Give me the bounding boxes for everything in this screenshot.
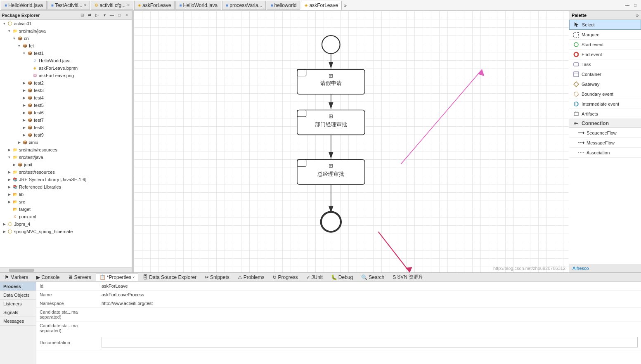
expand-arrow[interactable]: ▶ <box>21 133 26 137</box>
prop-value-namespace[interactable] <box>98 299 641 308</box>
palette-item-sequence-flow[interactable]: SequenceFlow <box>569 128 641 138</box>
tab-close-icon[interactable]: × <box>127 3 130 7</box>
prop-input-namespace[interactable] <box>102 301 638 306</box>
maximize-button[interactable]: □ <box>632 2 639 9</box>
maximize-panel-button[interactable]: □ <box>116 12 123 19</box>
expand-arrow[interactable]: ▶ <box>21 103 26 107</box>
tree-item-test7[interactable]: ▶ 📦 test7 <box>0 116 132 124</box>
bottom-tab-console[interactable]: ▶ Console <box>33 274 63 281</box>
tab-close-icon[interactable]: × <box>84 3 87 7</box>
palette-item-association[interactable]: Association <box>569 148 641 158</box>
tab-processvaria[interactable]: ■ processVaria... <box>222 1 266 10</box>
tab-helloworld1[interactable]: ■ HelloWorld.java <box>1 1 47 10</box>
bottom-tab-properties[interactable]: 📋 *Properties × <box>96 274 139 281</box>
tree-item-cn[interactable]: ▾ 📦 cn <box>0 35 132 42</box>
expand-arrow[interactable]: ▶ <box>7 148 12 152</box>
expand-arrow[interactable]: ▾ <box>12 36 17 40</box>
prop-value-id[interactable] <box>98 282 641 291</box>
expand-arrow[interactable]: ▾ <box>2 21 7 26</box>
tree-item-test4[interactable]: ▶ 📦 test4 <box>0 94 132 102</box>
expand-arrow[interactable]: ▶ <box>12 163 17 167</box>
props-section-listeners[interactable]: Listeners <box>0 300 36 308</box>
bpmn-canvas[interactable]: ⊞ 请假申请 ⊞ 部门经理审批 ⊞ 总经理审批 <box>134 11 569 272</box>
palette-item-end-event[interactable]: End event <box>569 50 641 59</box>
expand-arrow[interactable]: ▶ <box>21 96 26 100</box>
tree-item-fei[interactable]: ▾ 📦 fei <box>0 42 132 50</box>
tree-item-xiniu[interactable]: ▶ 📦 xiniu <box>0 139 132 146</box>
palette-item-gateway[interactable]: Gateway <box>569 79 641 89</box>
close-icon[interactable]: × <box>132 275 135 279</box>
palette-item-start-event[interactable]: Start event <box>569 40 641 50</box>
tree-item-test8[interactable]: ▶ 📦 test8 <box>0 124 132 131</box>
prop-input-candidate1[interactable] <box>102 312 638 317</box>
props-section-signals[interactable]: Signals <box>0 308 36 317</box>
package-explorer-tree[interactable]: ▾ ⬡ activiti01 ▾ 📁 src/main/java ▾ 📦 cn <box>0 20 132 267</box>
tab-overflow-button[interactable]: » <box>343 2 348 9</box>
collapse-all-button[interactable]: ⊟ <box>79 12 85 19</box>
prop-input-name[interactable] <box>102 292 638 297</box>
horizontal-scrollbar[interactable] <box>0 267 132 272</box>
expand-arrow[interactable]: ▶ <box>21 118 26 122</box>
tree-item-lib[interactable]: ▶ 📂 lib <box>0 191 132 198</box>
palette-section-connection[interactable]: Connection <box>569 119 641 128</box>
expand-arrow[interactable]: ▾ <box>17 44 21 48</box>
tree-item-test3[interactable]: ▶ 📦 test3 <box>0 87 132 94</box>
bottom-tab-progress[interactable]: ↻ Progress <box>269 274 301 281</box>
tree-item-src[interactable]: ▶ 📂 src <box>0 198 132 206</box>
tree-item-test1[interactable]: ▾ 📦 test1 <box>0 50 132 57</box>
tab-activiticfg[interactable]: ⚙ activiti.cfg... × <box>91 1 133 10</box>
expand-arrow[interactable]: ▶ <box>7 185 12 189</box>
bottom-tab-search[interactable]: 🔍 Search <box>357 274 388 281</box>
dropdown-button[interactable]: ▾ <box>101 12 108 19</box>
expand-arrow[interactable]: ▶ <box>7 200 12 204</box>
expand-arrow[interactable]: ▶ <box>21 125 26 130</box>
expand-arrow[interactable]: ▶ <box>21 81 26 85</box>
expand-arrow[interactable]: ▶ <box>21 88 26 92</box>
tab-helloworld2[interactable]: ■ HelloWorld.java <box>175 1 221 10</box>
bottom-tab-svn[interactable]: S SVN 资源库 <box>389 274 427 281</box>
tab-testactiviti[interactable]: ■ TestActiviti... × <box>47 1 90 10</box>
bottom-tab-snippets[interactable]: ✂ Snippets <box>201 274 233 281</box>
prop-value-candidate2[interactable] <box>98 321 641 335</box>
expand-arrow[interactable]: ▶ <box>7 177 12 182</box>
bottom-tab-junit[interactable]: ✓ JUnit <box>303 274 326 281</box>
prop-input-candidate2[interactable] <box>102 326 638 331</box>
expand-arrow[interactable]: ▾ <box>21 51 26 55</box>
props-section-messages[interactable]: Messages <box>0 317 36 326</box>
props-section-dataobjects[interactable]: Data Objects <box>0 291 36 300</box>
prop-value-candidate1[interactable] <box>98 308 641 321</box>
palette-item-select[interactable]: Select <box>569 20 641 30</box>
link-editor-button[interactable]: ⇄ <box>86 12 93 19</box>
tree-item-jbpm4[interactable]: ▶ ⬡ Jbpm_4 <box>0 220 132 228</box>
bottom-tab-markers[interactable]: ⚑ Markers <box>1 274 32 281</box>
tree-item-target[interactable]: 📂 target <box>0 206 132 213</box>
tree-item-test9[interactable]: ▶ 📦 test9 <box>0 131 132 139</box>
tab-askforleave2[interactable]: ◈ askForLeave <box>301 1 341 10</box>
expand-arrow[interactable]: ▾ <box>7 155 12 159</box>
tree-item-askforleave-bpmn[interactable]: ◈ askForLeave.bpmn <box>0 64 132 72</box>
palette-item-container[interactable]: Container <box>569 69 641 79</box>
prop-input-id[interactable] <box>102 284 638 288</box>
close-panel-button[interactable]: × <box>123 12 130 19</box>
tree-item-reflibs[interactable]: ▶ 📚 Referenced Libraries <box>0 183 132 191</box>
palette-item-task[interactable]: Task <box>569 59 641 69</box>
tree-item-test6[interactable]: ▶ 📦 test6 <box>0 109 132 116</box>
bottom-tab-debug[interactable]: 🐛 Debug <box>327 274 357 281</box>
expand-arrow[interactable]: ▶ <box>7 170 12 174</box>
palette-item-intermediate-event[interactable]: Intermediate event <box>569 99 641 109</box>
palette-item-message-flow[interactable]: MessageFlow <box>569 138 641 148</box>
bottom-tab-datasource[interactable]: 🗄 Data Source Explorer <box>139 274 200 281</box>
tree-item-activiti01[interactable]: ▾ ⬡ activiti01 <box>0 20 132 27</box>
tab-helloworld3[interactable]: ■ helloworld <box>267 1 300 10</box>
palette-item-artifacts[interactable]: Artifacts <box>569 109 641 119</box>
tree-item-test5[interactable]: ▶ 📦 test5 <box>0 102 132 109</box>
expand-arrow[interactable]: ▶ <box>7 192 12 196</box>
tree-item-askforleave-png[interactable]: 🖼 askForLeave.png <box>0 72 132 79</box>
expand-arrow[interactable]: ▶ <box>2 229 7 234</box>
tree-item-springmvc[interactable]: ▶ ⬡ springMVC_spring_hibernate <box>0 228 132 235</box>
tree-item-helloworld-java[interactable]: J HelloWorld.java <box>0 57 132 64</box>
palette-item-marquee[interactable]: Marquee <box>569 30 641 40</box>
prop-value-doc[interactable] <box>98 335 641 350</box>
bottom-tab-problems[interactable]: ⚠ Problems <box>234 274 268 281</box>
tree-item-srcmainjava[interactable]: ▾ 📁 src/main/java <box>0 27 132 35</box>
